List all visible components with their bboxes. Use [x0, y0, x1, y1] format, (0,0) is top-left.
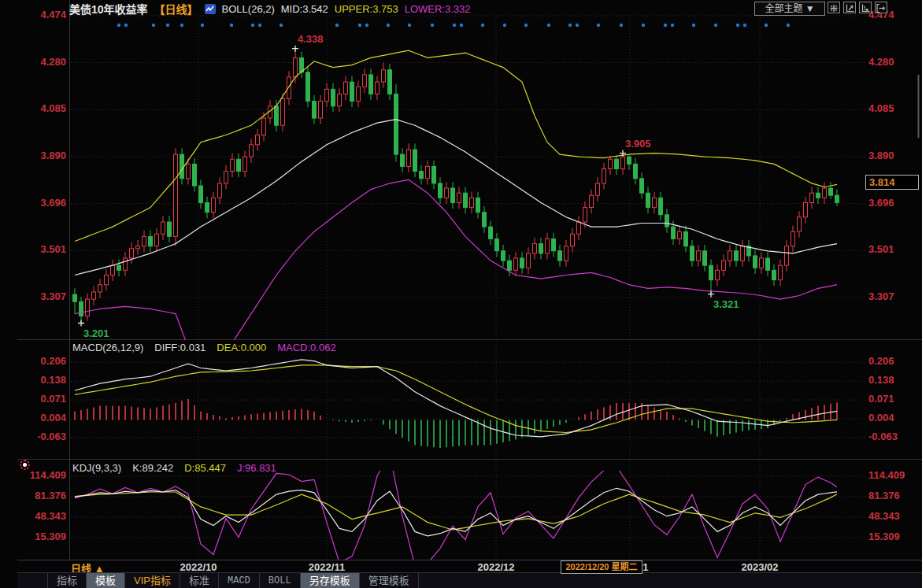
price-axis-label: -0.063 [22, 431, 66, 442]
price-axis-label: 4.280 [22, 56, 66, 68]
boll-upper-value: UPPER:3.753 [335, 3, 398, 15]
price-axis-label: 0.071 [868, 393, 894, 405]
price-axis-label: 114.409 [868, 469, 905, 481]
boll-mid-value: MID:3.542 [281, 3, 328, 15]
price-axis-label: 3.501 [22, 243, 66, 255]
price-axis-label: 0.071 [22, 393, 66, 405]
macd-pane-header: MACD(26,12,9) DIFF:0.031 DEA:0.000 MACD:… [72, 342, 336, 353]
bottom-tab-1[interactable]: 指标 [47, 573, 87, 588]
bottom-tab-6[interactable]: BOLL [260, 573, 301, 588]
extreme-value-annotation: 4.338 [298, 33, 324, 45]
price-axis-label: 0.138 [22, 374, 66, 386]
price-axis-label: 3.307 [22, 290, 66, 302]
price-axis-label: 3.890 [22, 150, 66, 161]
bottom-tab-8[interactable]: 管理模板 [360, 573, 419, 588]
price-axis-label: 81.376 [868, 490, 900, 501]
bottom-tab-5[interactable]: MACD [219, 573, 260, 588]
macd-macd-value: MACD:0.062 [277, 342, 335, 353]
price-axis-label: 48.343 [868, 510, 900, 522]
crosshair-date-label: 2022/12/20 星期二 [561, 560, 642, 574]
extreme-value-annotation: 3.321 [713, 298, 739, 310]
boll-lower-value: LOWER:3.332 [405, 3, 471, 15]
kdj-k-value: K:89.242 [132, 462, 173, 474]
price-axis-label: 81.376 [22, 490, 66, 501]
bottom-tab-7[interactable]: 另存模板 [301, 573, 360, 588]
kdj-pane-icon[interactable] [20, 460, 30, 470]
chart-canvas[interactable] [0, 0, 922, 588]
price-axis-label: 15.309 [22, 531, 66, 542]
bottom-tab-2[interactable]: 模板 [87, 573, 125, 588]
price-axis-label: 15.309 [868, 531, 900, 542]
macd-diff-value: DIFF:0.031 [154, 342, 206, 353]
chevron-down-icon: ▼ [805, 3, 815, 14]
theme-dropdown-label: 全部主题 [765, 3, 802, 14]
price-axis-label: 4.085 [22, 102, 66, 114]
price-axis-label: 0.004 [22, 412, 66, 423]
time-axis-label: 2022/12 [478, 561, 515, 573]
axis-scale-left-icon[interactable] [843, 2, 856, 13]
price-axis-label: 0.138 [868, 374, 894, 386]
price-axis-label: 3.501 [868, 243, 894, 255]
price-axis-label: 4.280 [868, 56, 894, 68]
theme-dropdown[interactable]: 全部主题 ▼ [754, 2, 825, 16]
time-axis-label: 2023/02 [742, 561, 779, 573]
pane-shift-icon[interactable] [875, 2, 887, 13]
price-axis-label: 3.696 [868, 197, 894, 209]
kdj-j-value: J:96.831 [237, 462, 276, 474]
chart-application: 分时图K线图闪电图合约资料 美债10年收益率 【日线】 BOLL(26,2) M… [0, 0, 922, 588]
bottom-tab-3[interactable]: VIP指标 [125, 573, 180, 588]
period-tag: 【日线】 [154, 1, 198, 17]
price-axis-label: 4.085 [868, 102, 894, 114]
bottom-tab-bar: 指标模板VIP指标标准MACDBOLL另存模板管理模板 [17, 572, 922, 588]
move-chart-icon[interactable] [828, 2, 840, 13]
chart-header: 美债10年收益率 【日线】 BOLL(26,2) MID:3.542 UPPER… [69, 2, 471, 16]
price-axis-label: -0.063 [868, 431, 898, 442]
kdj-d-value: D:85.447 [184, 462, 226, 474]
crosshair-price-label: 3.814 [865, 175, 919, 190]
kdj-pane-header: KDJ(9,3,3) K:89.242 D:85.447 J:96.831 [72, 462, 276, 474]
price-axis-label: 3.890 [868, 150, 894, 161]
indicator-icon [205, 4, 216, 14]
bottom-tab-4[interactable]: 标准 [180, 573, 219, 588]
macd-dea-value: DEA:0.000 [217, 342, 266, 353]
extreme-value-annotation: 3.201 [83, 327, 109, 339]
time-axis-label: 2022/10 [180, 561, 217, 573]
price-axis-label: 114.409 [22, 469, 66, 481]
price-axis-label: 48.343 [22, 510, 66, 522]
extreme-value-annotation: 3.905 [625, 138, 651, 150]
price-axis-label: 0.206 [22, 355, 66, 367]
instrument-title: 美债10年收益率 [69, 1, 148, 17]
macd-name: MACD(26,12,9) [72, 342, 143, 353]
price-axis-label: 0.004 [868, 412, 894, 423]
axis-scale-right-icon[interactable] [859, 2, 872, 13]
price-axis-label: 0.206 [868, 355, 894, 367]
time-axis-label: 2022/11 [309, 561, 345, 573]
price-axis-label: 3.696 [22, 197, 66, 209]
kdj-name: KDJ(9,3,3) [72, 462, 121, 474]
price-axis-label: 4.474 [22, 9, 66, 20]
price-axis-label: 3.307 [868, 290, 894, 302]
indicator-label: BOLL(26,2) [222, 3, 275, 15]
